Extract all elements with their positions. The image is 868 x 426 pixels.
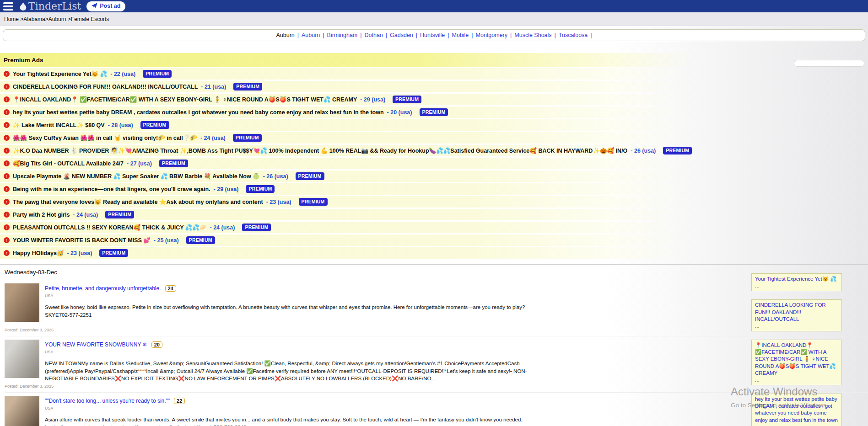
listing-title-link[interactable]: Petite, brunette, and dangerously unforg… — [45, 285, 161, 292]
listing-description: NEW IN TOWNMy name is Dallas !Seductive,… — [45, 360, 528, 383]
flame-icon — [19, 1, 27, 11]
premium-ad-age: - 27 (usa) — [127, 160, 152, 167]
top-right-placeholder-box[interactable] — [794, 60, 864, 67]
city-link[interactable]: Huntsville — [420, 32, 445, 38]
listing-title-row: ""Don't stare too long... unless you're … — [45, 396, 868, 405]
city-link[interactable]: Mobile — [452, 32, 469, 38]
premium-ad-row[interactable]: ↑Happy HOlidays🥳- 23 (usa)PREMIUM — [0, 247, 868, 259]
sidebar-ad-link[interactable]: 📍INCALL OAKLAND📍 ✅FACETIME/CAR✅ WITH A S… — [755, 342, 838, 377]
listing-contact: SKYE702-577-2251 — [45, 311, 528, 319]
city-link[interactable]: Tuscaloosa — [559, 32, 588, 38]
site-logo[interactable]: TinderList — [19, 1, 81, 11]
premium-badge: PREMIUM — [99, 249, 128, 257]
sidebar-ad-link[interactable]: hey its your best wettes petite baby DRE… — [755, 396, 838, 424]
up-arrow-icon: ↑ — [4, 71, 10, 77]
premium-ad-row[interactable]: ↑CINDERELLA LOOKING FOR FUN!!! OAKLAND!!… — [0, 81, 868, 92]
premium-ad-age: - 29 (usa) — [360, 96, 385, 103]
premium-ad-row[interactable]: ↑YOUR WINTER FAVORITE IS BACK DONT MISS … — [0, 234, 868, 246]
site-logo-text: TinderList — [28, 1, 81, 11]
premium-ad-title[interactable]: 📍INCALL OAKLAND📍 ✅FACETIME/CAR✅ WITH A S… — [13, 96, 357, 103]
premium-ad-row[interactable]: ↑Upscale Playmate 🌋 NEW NUMBER 💦 Super S… — [0, 170, 868, 182]
listing-location: USA — [45, 350, 868, 354]
premium-ad-title[interactable]: 🌺🌺 Sexy CuRvy Asian 🌺🌺 in call 🤘 visitin… — [13, 134, 197, 141]
menu-hamburger-icon[interactable] — [3, 2, 13, 11]
premium-ad-title[interactable]: hey its your best wettes petite baby DRE… — [13, 109, 384, 116]
sidebar-ad-link[interactable]: Your Tightest Experience Yet😼 💦 — [755, 276, 838, 282]
listing-thumbnail[interactable] — [5, 340, 39, 378]
premium-badge: PREMIUM — [233, 134, 262, 142]
listing-item: Petite, brunette, and dangerously unforg… — [5, 280, 868, 333]
premium-ad-title[interactable]: Upscale Playmate 🌋 NEW NUMBER 💦 Super So… — [13, 173, 260, 180]
premium-ad-row[interactable]: ↑The pawg that everyone loves😼 Ready and… — [0, 196, 868, 208]
listing-title-link[interactable]: YOUR NEW FAVORITE SNOWBUNNY ❄ — [45, 341, 147, 348]
up-arrow-icon: ↑ — [4, 109, 10, 115]
premium-ad-row[interactable]: ↑✨ Lake Merritt INCALL✨ $80 QV- 28 (usa)… — [0, 119, 868, 131]
premium-ad-title[interactable]: Happy HOlidays🥳 — [13, 250, 64, 256]
listing-title-link[interactable]: ""Don't stare too long... unless you're … — [45, 398, 170, 404]
premium-badge: PREMIUM — [105, 211, 134, 218]
premium-ad-title[interactable]: Being with me is an experience—one that … — [13, 186, 210, 192]
premium-ad-row[interactable]: ↑Being with me is an experience—one that… — [0, 183, 868, 195]
listing-thumbnail[interactable] — [5, 283, 39, 322]
premium-badge: PREMIUM — [393, 96, 421, 103]
city-link[interactable]: Dothan — [365, 32, 383, 38]
premium-ad-age: - 26 (usa) — [263, 173, 288, 180]
city-link[interactable]: Auburn — [302, 32, 320, 38]
premium-ad-age: - 26 (usa) — [631, 148, 656, 154]
premium-ad-title[interactable]: The pawg that everyone loves😼 Ready and … — [13, 198, 263, 205]
premium-ad-age: - 20 (usa) — [387, 109, 412, 116]
premium-badge: PREMIUM — [663, 147, 692, 154]
age-badge: 20 — [151, 341, 162, 348]
up-arrow-icon: ↑ — [4, 135, 10, 141]
up-arrow-icon: ↑ — [4, 199, 10, 205]
top-navbar: TinderList Post ad — [0, 0, 868, 12]
breadcrumb-separator: > — [45, 16, 49, 22]
listing-title-row: YOUR NEW FAVORITE SNOWBUNNY ❄20 — [45, 340, 868, 348]
breadcrumb-item[interactable]: Home — [4, 16, 19, 22]
sidebar-ad-box[interactable]: 📍INCALL OAKLAND📍 ✅FACETIME/CAR✅ WITH A S… — [751, 340, 842, 385]
sidebar-ad-box[interactable]: CINDERELLA LOOKING FOR FUN!!! OAKLAND!!!… — [751, 299, 842, 331]
premium-ad-row[interactable]: ↑Party with 2 Hot girls- 24 (usa)PREMIUM — [0, 209, 868, 220]
premium-ad-title[interactable]: ✨ Lake Merritt INCALL✨ $80 QV — [13, 122, 105, 128]
posted-date: Posted: December 3, 2025 — [5, 384, 54, 389]
premium-ad-title[interactable]: YOUR WINTER FAVORITE IS BACK DONT MISS 💕 — [13, 237, 151, 244]
premium-ad-title[interactable]: Party with 2 Hot girls — [13, 212, 70, 218]
premium-ad-title[interactable]: Your Tightest Experience Yet😼 💦 — [13, 70, 107, 77]
sidebar-ad-box[interactable]: hey its your best wettes petite baby DRE… — [751, 394, 842, 426]
premium-ad-row[interactable]: ↑🥰Big Tits Girl - OUTCALL Available 24/7… — [0, 158, 868, 169]
breadcrumb-separator: > — [19, 16, 23, 22]
breadcrumb-item[interactable]: Auburn — [49, 16, 66, 22]
breadcrumb-item[interactable]: Alabama — [23, 16, 45, 22]
city-link[interactable]: Birmingham — [327, 32, 358, 38]
premium-ad-row[interactable]: ↑Your Tightest Experience Yet😼 💦- 22 (us… — [0, 68, 868, 80]
city-link[interactable]: Montgomery — [476, 32, 507, 38]
city-separator: | — [590, 32, 592, 38]
up-arrow-icon: ↑ — [4, 250, 10, 256]
premium-badge: PREMIUM — [242, 224, 271, 231]
post-ad-button[interactable]: Post ad — [86, 1, 125, 11]
listing-title-row: Petite, brunette, and dangerously unforg… — [45, 284, 868, 292]
premium-ad-title[interactable]: ✨K.O Daa NUMBER 🐇 PROVIDER 🧖✨💘AMAZING Th… — [13, 147, 627, 154]
premium-ad-row[interactable]: ↑hey its your best wettes petite baby DR… — [0, 106, 868, 118]
up-arrow-icon: ↑ — [4, 148, 10, 154]
premium-ad-row[interactable]: ↑PLEASANTON OUTCALLS !! SEXY KOREAN🥰 THI… — [0, 222, 868, 233]
premium-ad-row[interactable]: ↑📍INCALL OAKLAND📍 ✅FACETIME/CAR✅ WITH A … — [0, 94, 868, 105]
listing-thumbnail[interactable] — [5, 396, 39, 426]
premium-ad-title[interactable]: 🥰Big Tits Girl - OUTCALL Available 24/7 — [13, 160, 124, 167]
city-link[interactable]: Muscle Shoals — [514, 32, 551, 38]
premium-ad-row[interactable]: ↑🌺🌺 Sexy CuRvy Asian 🌺🌺 in call 🤘 visiti… — [0, 132, 868, 144]
premium-ad-title[interactable]: PLEASANTON OUTCALLS !! SEXY KOREAN🥰 THIC… — [13, 224, 207, 231]
sidebar-related-ads: Your Tightest Experience Yet😼 💦...CINDER… — [751, 273, 842, 426]
breadcrumb-item[interactable]: Female Escorts — [71, 16, 109, 22]
up-arrow-icon: ↑ — [4, 212, 10, 218]
premium-ad-row[interactable]: ↑✨K.O Daa NUMBER 🐇 PROVIDER 🧖✨💘AMAZING T… — [0, 145, 868, 156]
premium-badge: PREMIUM — [186, 236, 215, 244]
city-separator: | — [447, 32, 449, 38]
sidebar-ad-ellipsis: ... — [755, 377, 838, 383]
posted-date: Posted: December 3, 2025 — [5, 328, 54, 332]
sidebar-ad-link[interactable]: CINDERELLA LOOKING FOR FUN!!! OAKLAND!!!… — [755, 302, 838, 323]
sidebar-ad-box[interactable]: Your Tightest Experience Yet😼 💦... — [751, 273, 842, 291]
premium-ad-title[interactable]: CINDERELLA LOOKING FOR FUN!!! OAKLAND!!!… — [13, 84, 198, 90]
city-link[interactable]: Gadsden — [390, 32, 413, 38]
sidebar-ad-ellipsis: ... — [755, 424, 838, 426]
